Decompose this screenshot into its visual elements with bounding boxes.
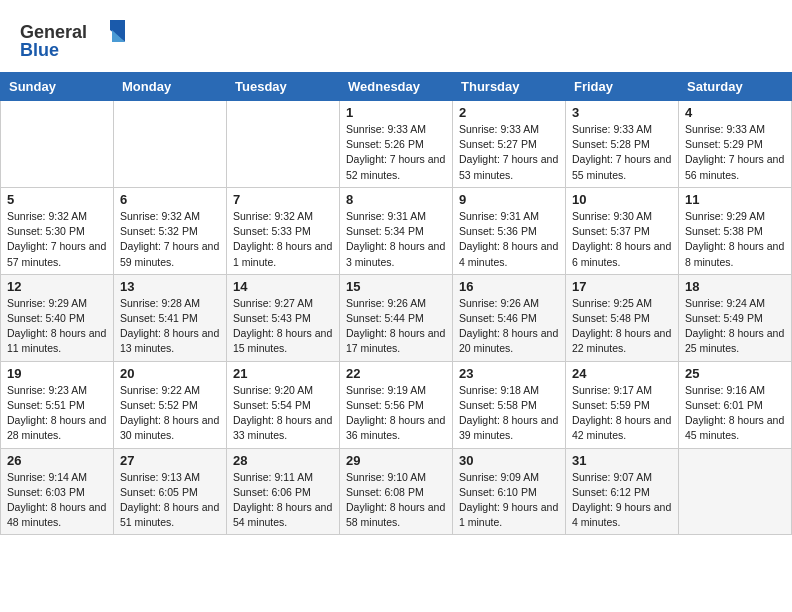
calendar-cell: 23Sunrise: 9:18 AM Sunset: 5:58 PM Dayli… <box>453 361 566 448</box>
day-number: 25 <box>685 366 785 381</box>
day-number: 20 <box>120 366 220 381</box>
day-info: Sunrise: 9:33 AM Sunset: 5:26 PM Dayligh… <box>346 122 446 183</box>
day-info: Sunrise: 9:31 AM Sunset: 5:36 PM Dayligh… <box>459 209 559 270</box>
day-number: 3 <box>572 105 672 120</box>
calendar-cell: 5Sunrise: 9:32 AM Sunset: 5:30 PM Daylig… <box>1 187 114 274</box>
day-number: 30 <box>459 453 559 468</box>
day-number: 10 <box>572 192 672 207</box>
calendar-cell <box>114 101 227 188</box>
day-info: Sunrise: 9:29 AM Sunset: 5:40 PM Dayligh… <box>7 296 107 357</box>
calendar-body: 1Sunrise: 9:33 AM Sunset: 5:26 PM Daylig… <box>1 101 792 535</box>
day-info: Sunrise: 9:07 AM Sunset: 6:12 PM Dayligh… <box>572 470 672 531</box>
calendar-cell: 2Sunrise: 9:33 AM Sunset: 5:27 PM Daylig… <box>453 101 566 188</box>
day-info: Sunrise: 9:17 AM Sunset: 5:59 PM Dayligh… <box>572 383 672 444</box>
day-of-week-header: Saturday <box>679 73 792 101</box>
calendar-cell: 6Sunrise: 9:32 AM Sunset: 5:32 PM Daylig… <box>114 187 227 274</box>
day-info: Sunrise: 9:33 AM Sunset: 5:28 PM Dayligh… <box>572 122 672 183</box>
calendar-cell: 11Sunrise: 9:29 AM Sunset: 5:38 PM Dayli… <box>679 187 792 274</box>
calendar-table: SundayMondayTuesdayWednesdayThursdayFrid… <box>0 72 792 535</box>
calendar-cell: 9Sunrise: 9:31 AM Sunset: 5:36 PM Daylig… <box>453 187 566 274</box>
day-number: 2 <box>459 105 559 120</box>
day-info: Sunrise: 9:13 AM Sunset: 6:05 PM Dayligh… <box>120 470 220 531</box>
day-number: 18 <box>685 279 785 294</box>
calendar-cell: 29Sunrise: 9:10 AM Sunset: 6:08 PM Dayli… <box>340 448 453 535</box>
svg-text:General: General <box>20 22 87 42</box>
day-number: 5 <box>7 192 107 207</box>
calendar-cell: 18Sunrise: 9:24 AM Sunset: 5:49 PM Dayli… <box>679 274 792 361</box>
day-info: Sunrise: 9:09 AM Sunset: 6:10 PM Dayligh… <box>459 470 559 531</box>
day-info: Sunrise: 9:30 AM Sunset: 5:37 PM Dayligh… <box>572 209 672 270</box>
day-number: 16 <box>459 279 559 294</box>
day-info: Sunrise: 9:20 AM Sunset: 5:54 PM Dayligh… <box>233 383 333 444</box>
calendar-cell <box>1 101 114 188</box>
day-info: Sunrise: 9:32 AM Sunset: 5:30 PM Dayligh… <box>7 209 107 270</box>
day-number: 26 <box>7 453 107 468</box>
calendar-cell: 13Sunrise: 9:28 AM Sunset: 5:41 PM Dayli… <box>114 274 227 361</box>
day-of-week-header: Wednesday <box>340 73 453 101</box>
day-of-week-header: Monday <box>114 73 227 101</box>
day-number: 14 <box>233 279 333 294</box>
day-info: Sunrise: 9:26 AM Sunset: 5:44 PM Dayligh… <box>346 296 446 357</box>
day-info: Sunrise: 9:16 AM Sunset: 6:01 PM Dayligh… <box>685 383 785 444</box>
calendar-cell: 10Sunrise: 9:30 AM Sunset: 5:37 PM Dayli… <box>566 187 679 274</box>
day-info: Sunrise: 9:22 AM Sunset: 5:52 PM Dayligh… <box>120 383 220 444</box>
day-info: Sunrise: 9:11 AM Sunset: 6:06 PM Dayligh… <box>233 470 333 531</box>
calendar-cell: 12Sunrise: 9:29 AM Sunset: 5:40 PM Dayli… <box>1 274 114 361</box>
day-number: 15 <box>346 279 446 294</box>
day-number: 28 <box>233 453 333 468</box>
calendar-cell: 24Sunrise: 9:17 AM Sunset: 5:59 PM Dayli… <box>566 361 679 448</box>
calendar-cell: 4Sunrise: 9:33 AM Sunset: 5:29 PM Daylig… <box>679 101 792 188</box>
day-number: 17 <box>572 279 672 294</box>
calendar-cell: 30Sunrise: 9:09 AM Sunset: 6:10 PM Dayli… <box>453 448 566 535</box>
calendar-cell: 14Sunrise: 9:27 AM Sunset: 5:43 PM Dayli… <box>227 274 340 361</box>
calendar-cell: 7Sunrise: 9:32 AM Sunset: 5:33 PM Daylig… <box>227 187 340 274</box>
calendar-cell <box>227 101 340 188</box>
day-info: Sunrise: 9:14 AM Sunset: 6:03 PM Dayligh… <box>7 470 107 531</box>
calendar-cell: 28Sunrise: 9:11 AM Sunset: 6:06 PM Dayli… <box>227 448 340 535</box>
page-header: General Blue <box>0 0 792 72</box>
day-info: Sunrise: 9:23 AM Sunset: 5:51 PM Dayligh… <box>7 383 107 444</box>
day-info: Sunrise: 9:32 AM Sunset: 5:33 PM Dayligh… <box>233 209 333 270</box>
day-number: 23 <box>459 366 559 381</box>
day-number: 7 <box>233 192 333 207</box>
day-info: Sunrise: 9:25 AM Sunset: 5:48 PM Dayligh… <box>572 296 672 357</box>
calendar-cell: 3Sunrise: 9:33 AM Sunset: 5:28 PM Daylig… <box>566 101 679 188</box>
day-number: 4 <box>685 105 785 120</box>
day-info: Sunrise: 9:33 AM Sunset: 5:29 PM Dayligh… <box>685 122 785 183</box>
day-info: Sunrise: 9:10 AM Sunset: 6:08 PM Dayligh… <box>346 470 446 531</box>
calendar-cell <box>679 448 792 535</box>
calendar-cell: 31Sunrise: 9:07 AM Sunset: 6:12 PM Dayli… <box>566 448 679 535</box>
day-number: 27 <box>120 453 220 468</box>
day-number: 31 <box>572 453 672 468</box>
day-info: Sunrise: 9:26 AM Sunset: 5:46 PM Dayligh… <box>459 296 559 357</box>
calendar-cell: 1Sunrise: 9:33 AM Sunset: 5:26 PM Daylig… <box>340 101 453 188</box>
day-info: Sunrise: 9:19 AM Sunset: 5:56 PM Dayligh… <box>346 383 446 444</box>
calendar-cell: 21Sunrise: 9:20 AM Sunset: 5:54 PM Dayli… <box>227 361 340 448</box>
day-number: 24 <box>572 366 672 381</box>
calendar-cell: 25Sunrise: 9:16 AM Sunset: 6:01 PM Dayli… <box>679 361 792 448</box>
day-number: 9 <box>459 192 559 207</box>
day-info: Sunrise: 9:27 AM Sunset: 5:43 PM Dayligh… <box>233 296 333 357</box>
day-of-week-header: Tuesday <box>227 73 340 101</box>
calendar-week-row: 12Sunrise: 9:29 AM Sunset: 5:40 PM Dayli… <box>1 274 792 361</box>
day-info: Sunrise: 9:18 AM Sunset: 5:58 PM Dayligh… <box>459 383 559 444</box>
day-number: 22 <box>346 366 446 381</box>
day-number: 1 <box>346 105 446 120</box>
svg-text:Blue: Blue <box>20 40 59 60</box>
day-info: Sunrise: 9:32 AM Sunset: 5:32 PM Dayligh… <box>120 209 220 270</box>
day-info: Sunrise: 9:31 AM Sunset: 5:34 PM Dayligh… <box>346 209 446 270</box>
calendar-cell: 15Sunrise: 9:26 AM Sunset: 5:44 PM Dayli… <box>340 274 453 361</box>
calendar-cell: 27Sunrise: 9:13 AM Sunset: 6:05 PM Dayli… <box>114 448 227 535</box>
logo-text: General Blue <box>20 16 140 64</box>
calendar-week-row: 26Sunrise: 9:14 AM Sunset: 6:03 PM Dayli… <box>1 448 792 535</box>
day-number: 6 <box>120 192 220 207</box>
calendar-cell: 16Sunrise: 9:26 AM Sunset: 5:46 PM Dayli… <box>453 274 566 361</box>
calendar-cell: 8Sunrise: 9:31 AM Sunset: 5:34 PM Daylig… <box>340 187 453 274</box>
day-of-week-header: Thursday <box>453 73 566 101</box>
calendar-cell: 22Sunrise: 9:19 AM Sunset: 5:56 PM Dayli… <box>340 361 453 448</box>
logo: General Blue <box>20 16 140 64</box>
day-of-week-header: Friday <box>566 73 679 101</box>
day-number: 11 <box>685 192 785 207</box>
day-info: Sunrise: 9:28 AM Sunset: 5:41 PM Dayligh… <box>120 296 220 357</box>
day-number: 12 <box>7 279 107 294</box>
